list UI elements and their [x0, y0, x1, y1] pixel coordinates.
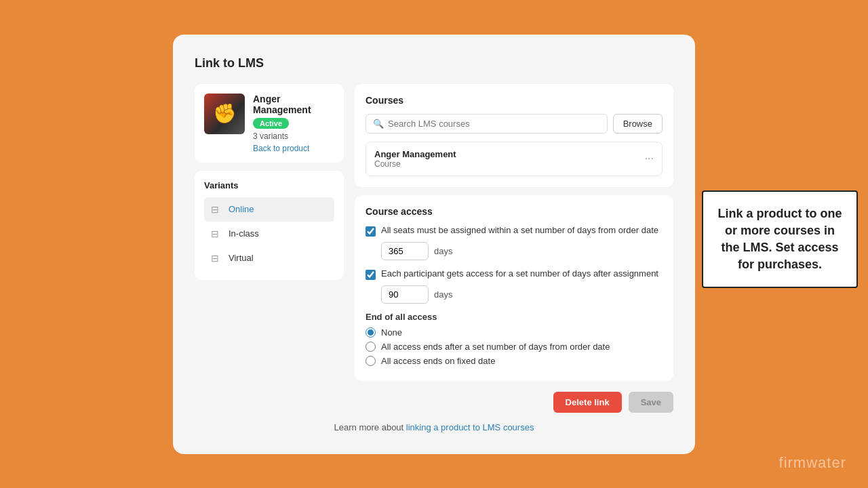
delete-link-button[interactable]: Delete link — [553, 392, 622, 413]
product-variants: 3 variants — [253, 131, 334, 141]
end-access-title: End of all access — [366, 312, 663, 322]
help-link[interactable]: linking a product to LMS courses — [406, 422, 534, 432]
help-prefix: Learn more about — [334, 422, 406, 432]
left-panel: ✊ Anger Management Active 3 variants Bac… — [195, 84, 344, 381]
search-row: 🔍 Browse — [366, 114, 663, 134]
courses-card: Courses 🔍 Browse Anger Management Course… — [355, 84, 673, 187]
checkbox-row-2: Each participant gets access for a set n… — [366, 268, 663, 280]
product-info: Anger Management Active 3 variants Back … — [253, 94, 334, 153]
product-image: ✊ — [204, 94, 245, 134]
days-label-2: days — [434, 289, 452, 300]
variants-title: Variants — [204, 180, 334, 190]
radio-none-label: None — [381, 327, 402, 338]
variant-item-online[interactable]: ⊟ Online — [204, 197, 334, 222]
courses-title: Courses — [366, 95, 663, 106]
modal-title: Link to LMS — [195, 56, 673, 70]
course-item-type: Course — [374, 159, 456, 169]
save-button[interactable]: Save — [629, 392, 673, 413]
variant-icon-virtual: ⊟ — [208, 251, 222, 265]
course-access-title: Course access — [366, 206, 663, 217]
product-name: Anger Management — [253, 94, 334, 115]
back-to-product-link[interactable]: Back to product — [253, 144, 334, 153]
radio-days[interactable] — [366, 342, 376, 352]
tooltip-overlay: Link a product to one or more courses in… — [702, 190, 858, 289]
link-to-lms-modal: Link to LMS ✊ Anger Management Active 3 … — [173, 35, 695, 454]
checkbox-participant[interactable] — [366, 270, 376, 280]
days-input-2[interactable] — [381, 285, 429, 304]
modal-body: ✊ Anger Management Active 3 variants Bac… — [195, 84, 673, 381]
radio-none[interactable] — [366, 327, 376, 338]
checkbox-participant-label: Each participant gets access for a set n… — [381, 268, 658, 279]
radio-fixed[interactable] — [366, 356, 376, 366]
checkbox-seats-label: All seats must be assigned within a set … — [381, 225, 658, 235]
search-input-wrap: 🔍 — [366, 114, 608, 134]
browse-button[interactable]: Browse — [613, 114, 663, 134]
radio-row-days: All access ends after a set number of da… — [366, 342, 663, 352]
course-item-info: Anger Management Course — [374, 149, 456, 169]
radio-row-fixed: All access ends on fixed date — [366, 356, 663, 366]
course-access-card: Course access All seats must be assigned… — [355, 195, 673, 381]
radio-row-none: None — [366, 327, 663, 338]
end-access-section: End of all access None All access ends a… — [366, 312, 663, 366]
course-item-menu-icon[interactable]: ··· — [645, 152, 654, 165]
radio-fixed-label: All access ends on fixed date — [381, 356, 495, 366]
checkbox-row-1: All seats must be assigned within a set … — [366, 225, 663, 237]
modal-footer: Delete link Save — [195, 392, 673, 413]
course-item-name: Anger Management — [374, 149, 456, 159]
help-text: Learn more about linking a product to LM… — [195, 422, 673, 432]
variant-item-virtual[interactable]: ⊟ Virtual — [204, 246, 334, 270]
search-input[interactable] — [388, 119, 600, 129]
days-input-1[interactable] — [381, 242, 429, 260]
search-icon: 🔍 — [373, 119, 384, 129]
tooltip-text: Link a product to one or more courses in… — [718, 207, 842, 272]
watermark: firmwater — [779, 454, 846, 472]
days-label-1: days — [434, 246, 452, 256]
right-panel: Courses 🔍 Browse Anger Management Course… — [355, 84, 673, 381]
variant-icon-inclass: ⊟ — [208, 227, 222, 241]
course-item: Anger Management Course ··· — [366, 142, 663, 176]
product-card: ✊ Anger Management Active 3 variants Bac… — [195, 84, 344, 163]
variants-section: Variants ⊟ Online ⊟ In-class ⊟ Virtual — [195, 171, 344, 280]
checkbox-seats[interactable] — [366, 226, 376, 237]
radio-days-label: All access ends after a set number of da… — [381, 342, 610, 352]
variant-icon-online: ⊟ — [208, 203, 222, 216]
days-input-row-2: days — [381, 285, 663, 304]
days-input-row-1: days — [381, 242, 663, 260]
variant-label-virtual: Virtual — [229, 253, 254, 263]
status-badge: Active — [253, 118, 289, 129]
variant-label-online: Online — [229, 204, 254, 214]
variant-label-inclass: In-class — [229, 228, 259, 239]
variant-item-inclass[interactable]: ⊟ In-class — [204, 222, 334, 246]
